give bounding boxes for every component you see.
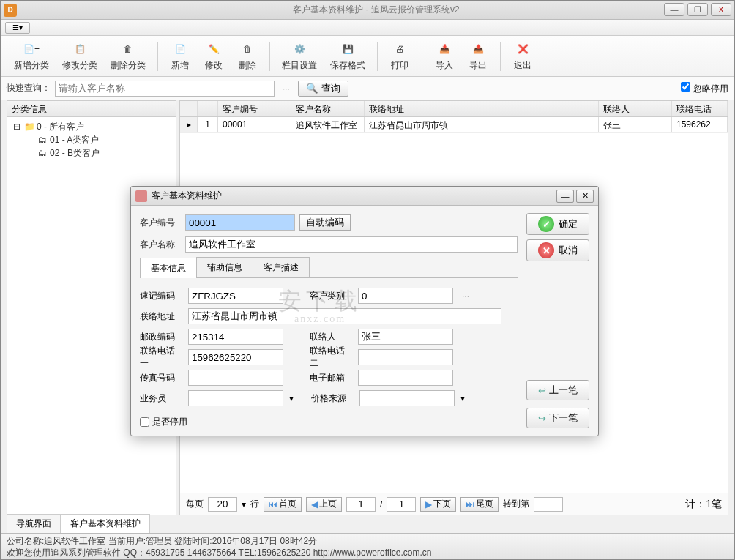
prev-record-button[interactable]: ↩上一笔 [526,380,589,400]
tab-basic-info[interactable]: 基本信息 [140,258,197,278]
auto-code-button[interactable]: 自动编码 [299,214,351,231]
toolbar-icon: 🗑 [118,40,138,58]
dialog-title: 客户基本资料维护 [152,190,222,202]
minimize-button[interactable]: — [664,3,684,16]
prev-page-button[interactable]: ◀上页 [306,497,342,512]
ribbon-新增分类[interactable]: 📄+新增分类 [8,39,55,73]
toolbar-icon: 📄+ [21,40,42,58]
dropdown-icon[interactable]: ▾ [289,393,294,403]
tab-customer-desc[interactable]: 客户描述 [253,257,310,277]
arrow-left-icon: ↩ [538,385,546,396]
ribbon-删除[interactable]: 🗑删除 [231,39,264,73]
ribbon-修改[interactable]: ✏️修改 [198,39,230,73]
toolbar-icon: 📤 [468,40,488,58]
qa-menu-button[interactable]: ☰▾ [5,22,30,34]
pager: 每页 ▾ 行 ⏮首页 ◀上页 / ▶下页 ⏭尾页 转到第 计：1笔 [180,493,728,515]
ribbon-修改分类[interactable]: 📋修改分类 [56,39,103,73]
table-row[interactable]: ▸100001追风软件工作室江苏省昆山市周市镇张三1596262 [180,117,728,133]
contact-input[interactable] [358,329,453,345]
tree-expand-icon[interactable] [25,135,35,145]
toolbar-icon: 📋 [70,40,90,58]
tab-customer-maint[interactable]: 客户基本资料维护 [61,514,150,533]
ribbon-栏目设置[interactable]: ⚙️栏目设置 [276,39,323,73]
last-page-button[interactable]: ⏭尾页 [460,497,499,512]
ok-button[interactable]: ✓确定 [526,213,589,235]
quick-access-toolbar: ☰▾ [1,20,734,36]
status-bar: 公司名称:追风软件工作室 当前用户:管理员 登陆时间:2016年08月17日 0… [1,533,734,559]
customer-detail-dialog: 客户基本资料维护 — ✕ 客户编号 自动编码 客户名称 基本信息 辅助信息 客户… [130,186,599,436]
toolbar-icon: 🗑 [237,40,258,58]
toolbar-icon: 💾 [337,40,358,58]
dialog-title-bar: 客户基本资料维护 — ✕ [131,187,598,206]
search-label: 快速查询： [7,82,51,94]
ribbon-删除分类[interactable]: 🗑删除分类 [105,39,152,73]
next-record-button[interactable]: ↪下一笔 [526,408,589,428]
price-source-input[interactable] [359,390,455,406]
page-input[interactable] [346,497,376,512]
dropdown-icon[interactable]: ▾ [460,393,465,403]
mnemonic-input[interactable] [188,288,283,304]
toolbar-icon: 📄 [170,40,190,58]
query-button[interactable]: 🔍查询 [298,81,348,97]
folder-icon: 🗂 [37,135,48,145]
ribbon-打印[interactable]: 🖨打印 [384,39,416,73]
record-count: 计：1笔 [685,498,722,511]
folder-icon: 📁 [24,122,34,132]
next-page-button[interactable]: ▶下页 [420,497,456,512]
disabled-checkbox[interactable] [140,417,149,427]
email-input[interactable] [358,370,453,386]
search-icon: 🔍 [306,83,318,94]
bottom-tabs: 导航界面 客户基本资料维护 [7,514,150,533]
ribbon-导出[interactable]: 📤导出 [462,39,494,73]
tree-item[interactable]: 🗂02 - B类客户 [12,146,171,160]
tree-header: 分类信息 [7,101,176,117]
ribbon-新增[interactable]: 📄新增 [164,39,196,73]
address-input[interactable] [188,308,501,324]
dialog-icon [135,190,147,202]
search-input[interactable] [55,81,275,97]
search-bar: 快速查询： ··· 🔍查询 忽略停用 [1,77,734,100]
maximize-button[interactable]: ❐ [687,3,708,16]
fax-input[interactable] [188,370,283,386]
goto-page-input[interactable] [534,497,563,512]
first-page-button[interactable]: ⏮首页 [264,497,302,512]
toolbar-icon: 📥 [434,40,455,58]
tree-expand-icon[interactable]: ⊟ [12,122,22,132]
customer-name-input[interactable] [185,236,518,253]
zip-input[interactable] [188,329,283,345]
ignore-disabled-checkbox[interactable]: 忽略停用 [681,82,728,95]
customer-code-input[interactable] [185,214,295,231]
dialog-tabs: 基本信息 辅助信息 客户描述 [140,257,518,278]
tel2-input[interactable] [358,349,453,365]
arrow-right-icon: ↪ [538,413,546,424]
category-input[interactable] [358,288,453,304]
tel1-input[interactable] [188,349,283,365]
toolbar-icon: ✏️ [204,40,224,58]
window-title: 客户基本资料维护 - 追风云报价管理系统v2 [21,4,731,16]
dialog-minimize-button[interactable]: — [556,190,574,203]
ribbon-退出[interactable]: ❌退出 [507,39,539,73]
search-more-icon[interactable]: ··· [279,83,294,94]
check-icon: ✓ [538,216,554,232]
status-line-1: 公司名称:追风软件工作室 当前用户:管理员 登陆时间:2016年08月17日 0… [7,535,728,547]
tree-item[interactable]: ⊟📁0 - 所有客户 [12,120,171,133]
close-button[interactable]: X [711,3,731,16]
ribbon-保存格式[interactable]: 💾保存格式 [324,39,371,73]
grid-header: 客户编号 客户名称 联络地址 联络人 联络电话 [180,101,728,117]
tree-expand-icon[interactable] [25,148,35,158]
ribbon-导入[interactable]: 📥导入 [428,39,460,73]
toolbar-icon: ⚙️ [289,40,310,58]
cancel-button[interactable]: ✕取消 [526,239,589,261]
ribbon-toolbar: 📄+新增分类📋修改分类🗑删除分类📄新增✏️修改🗑删除⚙️栏目设置💾保存格式🖨打印… [1,36,734,77]
tree-item[interactable]: 🗂01 - A类客户 [12,133,171,146]
tab-nav[interactable]: 导航界面 [7,514,61,533]
toolbar-icon: 🖨 [389,40,410,58]
title-bar: D 客户基本资料维护 - 追风云报价管理系统v2 — ❐ X [1,1,734,20]
cross-icon: ✕ [538,242,554,258]
category-lookup-icon[interactable]: ··· [462,291,469,301]
page-total [387,497,416,512]
tab-aux-info[interactable]: 辅助信息 [196,257,253,277]
per-page-input[interactable] [208,497,237,512]
dialog-close-button[interactable]: ✕ [576,190,594,203]
sales-input[interactable] [188,390,283,406]
